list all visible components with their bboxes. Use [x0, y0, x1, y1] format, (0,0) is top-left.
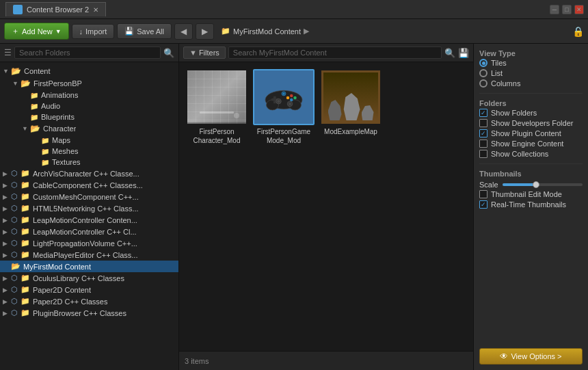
tree-item-paper2dcontent[interactable]: ▶ ⬡ 📁 Paper2D Content: [0, 284, 178, 295]
view-type-list[interactable]: List: [479, 69, 583, 77]
close-button[interactable]: ✕: [574, 5, 584, 14]
save-icon: 💾: [124, 27, 134, 36]
tree-item-cable[interactable]: ▶ ⬡ 📁 CableComponent C++ Classes...: [0, 179, 178, 191]
filters-button[interactable]: ▼ Filters: [183, 47, 226, 59]
tree-item-leapcpp[interactable]: ▶ ⬡ 📁 LeapMotionController C++ Cl...: [0, 226, 178, 237]
tree-item-html5[interactable]: ▶ ⬡ 📁 HTML5Networking C++ Class...: [0, 202, 178, 214]
columns-radio[interactable]: [479, 79, 487, 88]
folder-search-input[interactable]: [14, 47, 161, 59]
tree-item-maps[interactable]: ▶ 📁 Maps: [0, 135, 178, 146]
list-radio[interactable]: [479, 69, 487, 77]
divider-1: [479, 93, 583, 94]
tree-label-oculus: OculusLibrary C++ Classes: [33, 274, 124, 282]
asset-thumb-modexamplemap: [320, 69, 382, 125]
tree-label-content: Content: [24, 67, 51, 75]
import-button[interactable]: ↓ Import: [72, 24, 115, 39]
svg-point-5: [290, 94, 293, 97]
tree-label-leapcpp: LeapMotionController C++ Cl...: [33, 228, 137, 236]
tree-item-textures[interactable]: ▶ 📁 Textures: [0, 157, 178, 168]
tree-item-meshes[interactable]: ▶ 📁 Meshes: [0, 146, 178, 157]
tree-arrow-paper2dcpp: ▶: [3, 298, 10, 305]
save-all-button[interactable]: 💾 Save All: [117, 23, 172, 39]
folder-icon-audio: 📁: [30, 103, 38, 110]
app-window: Content Browser 2 ✕ ─ □ ✕ ＋ Add New ▼ ↓ …: [0, 0, 588, 370]
asset-search-mag-icon[interactable]: 🔍: [444, 48, 455, 58]
tree-label-html5: HTML5Networking C++ Class...: [33, 204, 139, 213]
tree-item-animations[interactable]: ▶ 📁 Animations: [0, 90, 178, 101]
thumbnails-section: Thumbnails Scale Thumbnail Edit Mode: [479, 170, 583, 209]
maximize-button[interactable]: □: [562, 5, 572, 14]
tree-arrow-oculus: ▶: [3, 275, 10, 282]
asset-panel: ▼ Filters 🔍 💾: [179, 44, 473, 370]
tree-item-myfirstmod[interactable]: ▶ 📂 MyFirstMod Content: [0, 261, 178, 272]
asset-thumb-firstpersoncharacter: [186, 69, 248, 125]
show-developers-check[interactable]: Show Developers Folder: [479, 119, 583, 127]
show-plugin-checkbox[interactable]: [479, 129, 487, 137]
tree-label-firstpersonbp: FirstPersonBP: [34, 79, 82, 88]
show-folders-label: Show Folders: [491, 109, 537, 117]
minimize-button[interactable]: ─: [550, 5, 559, 14]
view-type-tiles[interactable]: Tiles: [479, 59, 583, 67]
list-label: List: [491, 69, 503, 77]
show-folders-checkbox[interactable]: [479, 109, 487, 117]
tiles-label: Tiles: [491, 59, 507, 67]
tree-item-blueprints[interactable]: ▶ 📁 Blueprints: [0, 111, 178, 122]
add-new-button[interactable]: ＋ Add New ▼: [4, 23, 69, 40]
tiles-radio[interactable]: [479, 59, 487, 67]
window-controls: ─ □ ✕: [550, 5, 584, 14]
tree-item-firstpersonbp[interactable]: ▼ 📂 FirstPersonBP: [0, 77, 178, 90]
save-search-icon[interactable]: 💾: [458, 48, 469, 58]
tree-label-paper2dcontent: Paper2D Content: [33, 286, 91, 294]
realtime-thumbnails-checkbox[interactable]: [479, 200, 487, 209]
folder-search-magnify-icon[interactable]: 🔍: [163, 48, 174, 58]
back-button[interactable]: ◀: [174, 23, 193, 40]
show-engine-check[interactable]: Show Engine Content: [479, 140, 583, 148]
thumbnail-edit-checkbox[interactable]: [479, 190, 487, 198]
tree-item-pluginbrowser[interactable]: ▶ ⬡ 📁 PluginBrowser C++ Classes: [0, 307, 178, 319]
status-bar: 3 items: [179, 351, 473, 370]
realtime-thumbnails-check[interactable]: Real-Time Thumbnails: [479, 200, 583, 209]
lock-icon[interactable]: 🔒: [572, 26, 584, 37]
view-type-columns[interactable]: Columns: [479, 79, 583, 88]
tree-item-character[interactable]: ▼ 📂 Character: [0, 122, 178, 135]
tree-item-leapcontent[interactable]: ▶ ⬡ 📁 LeapMotionController Conten...: [0, 214, 178, 226]
title-bar: Content Browser 2 ✕ ─ □ ✕: [0, 0, 588, 19]
show-engine-checkbox[interactable]: [479, 140, 487, 148]
breadcrumb-folder-icon: 📁: [221, 27, 230, 36]
scale-slider-track[interactable]: [503, 183, 583, 186]
asset-search-input[interactable]: [228, 47, 442, 59]
show-folders-check[interactable]: Show Folders: [479, 109, 583, 117]
tree-label-maps: Maps: [52, 136, 70, 144]
scale-slider-thumb[interactable]: [533, 181, 539, 188]
asset-item-modexamplemap[interactable]: ModExampleMap: [320, 69, 382, 145]
tree-item-oculus[interactable]: ▶ ⬡ 📁 OculusLibrary C++ Classes: [0, 272, 178, 284]
tree-label-archvis: ArchVisCharacter C++ Classe...: [33, 170, 139, 178]
tree-label-character: Character: [43, 124, 76, 133]
close-tab-icon[interactable]: ✕: [93, 6, 98, 14]
tree-item-mediaplayer[interactable]: ▶ ⬡ 📁 MediaPlayerEditor C++ Class...: [0, 249, 178, 261]
tree-item-archvis[interactable]: ▶ ⬡ 📁 ArchVisCharacter C++ Classe...: [0, 168, 178, 179]
tree-item-paper2dcpp[interactable]: ▶ ⬡ 📁 Paper2D C++ Classes: [0, 295, 178, 307]
show-plugin-check[interactable]: Show Plugin Content: [479, 129, 583, 137]
tree-item-audio[interactable]: ▶ 📁 Audio: [0, 101, 178, 111]
scale-slider-container: Scale: [479, 179, 583, 190]
content-browser-icon: [13, 5, 23, 14]
show-collections-check[interactable]: Show Collections: [479, 150, 583, 158]
tree-arrow-html5: ▶: [3, 205, 10, 212]
asset-item-firstpersoncharacter[interactable]: FirstPersonCharacter_Mod: [186, 69, 248, 145]
svg-point-12: [289, 102, 292, 105]
folder-icon-blueprints: 📁: [30, 114, 38, 121]
view-options-button[interactable]: 👁 View Options >: [479, 348, 583, 365]
show-developers-checkbox[interactable]: [479, 119, 487, 127]
tree-item-custommesh[interactable]: ▶ ⬡ 📁 CustomMeshComponent C++...: [0, 191, 178, 202]
forward-button[interactable]: ▶: [196, 23, 214, 40]
tree-label-audio: Audio: [41, 102, 60, 110]
tree-item-lightprop[interactable]: ▶ ⬡ 📁 LightPropagationVolume C++...: [0, 237, 178, 249]
title-bar-tab[interactable]: Content Browser 2 ✕: [5, 2, 106, 16]
show-collections-checkbox[interactable]: [479, 150, 487, 158]
folder-icon-paper2dcontent: 📁: [21, 285, 30, 294]
asset-item-firstpersongamemode[interactable]: FirstPersonGameMode_Mod: [253, 69, 315, 145]
tree-item-content[interactable]: ▼ 📂 Content: [0, 65, 178, 77]
folders-section: Folders Show Folders Show Developers Fol…: [479, 99, 583, 158]
thumbnail-edit-mode-check[interactable]: Thumbnail Edit Mode: [479, 190, 583, 198]
